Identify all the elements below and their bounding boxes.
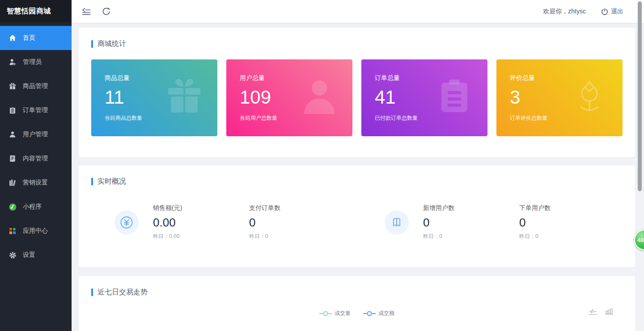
user-icon <box>8 130 17 138</box>
stat-card-products: 商品总量 11 当前商品总数量 <box>91 59 217 136</box>
sidebar-item-label: 商品管理 <box>23 82 48 90</box>
chart-type-toggles <box>589 308 614 317</box>
book-icon <box>385 210 409 235</box>
chart-legend: 成交量 成交额 <box>91 310 623 317</box>
legend-label: 成交量 <box>335 310 351 317</box>
refresh-icon[interactable] <box>100 7 112 17</box>
legend-label: 成交额 <box>378 310 394 317</box>
sidebar-item-content[interactable]: 内容管理 <box>0 147 72 171</box>
stat-value: 0 <box>519 216 623 230</box>
section-title-text: 实时概况 <box>97 177 126 186</box>
power-icon <box>601 8 608 15</box>
section-title-realtime: 实时概况 <box>91 177 623 186</box>
sidebar-item-orders[interactable]: 订单管理 <box>0 98 72 122</box>
section-title-text: 近七日交易走势 <box>97 288 148 297</box>
welcome-text: 欢迎你，zhtysc <box>543 8 586 16</box>
stat-value: 0 <box>249 216 385 230</box>
stat-card-reviews: 评价总量 3 订单评价总数量 <box>496 59 623 136</box>
clipboard-icon <box>432 75 477 119</box>
title-accent-bar <box>91 40 93 48</box>
flower-icon <box>567 75 612 119</box>
sidebar-item-label: 营销设置 <box>23 179 48 187</box>
stat-yesterday: 昨日：0.00 <box>153 233 249 240</box>
miniprogram-icon <box>8 203 17 211</box>
gear-icon <box>8 251 17 259</box>
sidebar-item-miniprogram[interactable]: 小程序 <box>0 195 72 219</box>
stat-value: 0.00 <box>153 216 249 230</box>
topbar-right: 欢迎你，zhtysc 退出 <box>543 8 636 16</box>
sidebar-item-label: 用户管理 <box>23 130 48 138</box>
app-window: 智慧恬园商城 首页 管理员 商品管理 <box>0 0 644 331</box>
clipboard-icon <box>8 106 17 114</box>
sidebar-item-label: 应用中心 <box>23 227 48 235</box>
bar-chart-icon[interactable] <box>605 308 614 317</box>
stat-paid-orders: 支付订单数 0 昨日：0 <box>249 204 385 240</box>
sidebar-item-users[interactable]: 用户管理 <box>0 122 72 147</box>
stat-yesterday: 昨日：0 <box>423 233 519 240</box>
logout-label: 退出 <box>611 8 623 16</box>
person-icon <box>297 75 342 119</box>
stat-yesterday: 昨日：0 <box>249 233 385 240</box>
stat-sales: 销售额(元) 0.00 昨日：0.00 <box>153 204 249 240</box>
panel-mall-stats: 商城统计 商品总量 11 当前商品总数量 用户总量 109 当前用户总数 <box>79 28 635 157</box>
stat-yesterday: 昨日：0 <box>519 233 623 240</box>
sidebar: 智慧恬园商城 首页 管理员 商品管理 <box>0 0 72 331</box>
title-accent-bar <box>91 289 93 296</box>
legend-marker-icon <box>363 310 376 317</box>
stat-new-users: 新增用户数 0 昨日：0 <box>423 204 519 240</box>
stat-label: 下单用户数 <box>519 204 623 212</box>
stat-cards: 商品总量 11 当前商品总数量 用户总量 109 当前用户总数量 <box>91 59 623 136</box>
yen-circle-icon <box>114 210 139 235</box>
stat-label: 支付订单数 <box>249 204 385 212</box>
sidebar-item-home[interactable]: 首页 <box>0 26 72 50</box>
sidebar-item-settings[interactable]: 设置 <box>0 243 72 267</box>
stat-value: 0 <box>423 216 519 230</box>
logout-button[interactable]: 退出 <box>601 8 623 16</box>
main-content: 商城统计 商品总量 11 当前商品总数量 用户总量 109 当前用户总数 <box>72 23 644 331</box>
section-title-text: 商城统计 <box>97 39 126 49</box>
legend-marker-icon <box>319 310 332 317</box>
gift-icon <box>162 75 207 119</box>
stat-label: 新增用户数 <box>423 204 519 212</box>
section-title-trend: 近七日交易走势 <box>91 288 623 297</box>
realtime-row: 销售额(元) 0.00 昨日：0.00 支付订单数 0 昨日：0 新增用户数 0… <box>91 204 623 240</box>
panel-realtime: 实时概况 销售额(元) 0.00 昨日：0.00 支付订单数 0 昨日：0 <box>79 165 635 267</box>
stat-label: 销售额(元) <box>153 204 249 212</box>
sidebar-item-label: 内容管理 <box>23 155 48 163</box>
document-icon <box>8 155 17 163</box>
stat-card-orders: 订单总量 41 已付款订单总数量 <box>361 59 487 136</box>
stat-card-users: 用户总量 109 当前用户总数量 <box>226 59 352 136</box>
section-title-stats: 商城统计 <box>91 39 623 49</box>
panel-trend: 近七日交易走势 成交量 成交额 <box>79 276 635 331</box>
admin-icon <box>8 58 17 66</box>
sidebar-item-label: 小程序 <box>23 203 42 211</box>
sidebar-item-label: 首页 <box>23 34 35 42</box>
books-icon <box>8 179 17 187</box>
collapse-menu-icon[interactable] <box>80 7 92 17</box>
topbar: 欢迎你，zhtysc 退出 <box>72 0 644 23</box>
sidebar-menu: 首页 管理员 商品管理 订单管理 <box>0 22 72 267</box>
sidebar-item-marketing[interactable]: 营销设置 <box>0 171 72 195</box>
app-grid-icon <box>8 227 17 235</box>
title-accent-bar <box>91 178 93 185</box>
sidebar-item-products[interactable]: 商品管理 <box>0 74 72 98</box>
scrollbar-thumb[interactable] <box>638 1 642 191</box>
sidebar-item-label: 管理员 <box>23 58 42 66</box>
home-icon <box>8 34 17 42</box>
app-logo: 智慧恬园商城 <box>0 0 72 22</box>
sidebar-item-admin[interactable]: 管理员 <box>0 50 72 74</box>
sidebar-item-label: 设置 <box>23 251 35 259</box>
stat-ordering-users: 下单用户数 0 昨日：0 <box>519 204 623 240</box>
sidebar-item-appcenter[interactable]: 应用中心 <box>0 219 72 243</box>
gift-icon <box>8 82 17 90</box>
legend-amount[interactable]: 成交额 <box>363 310 394 317</box>
line-chart-icon[interactable] <box>589 308 597 317</box>
legend-volume[interactable]: 成交量 <box>319 310 351 317</box>
sidebar-item-label: 订单管理 <box>23 106 48 114</box>
